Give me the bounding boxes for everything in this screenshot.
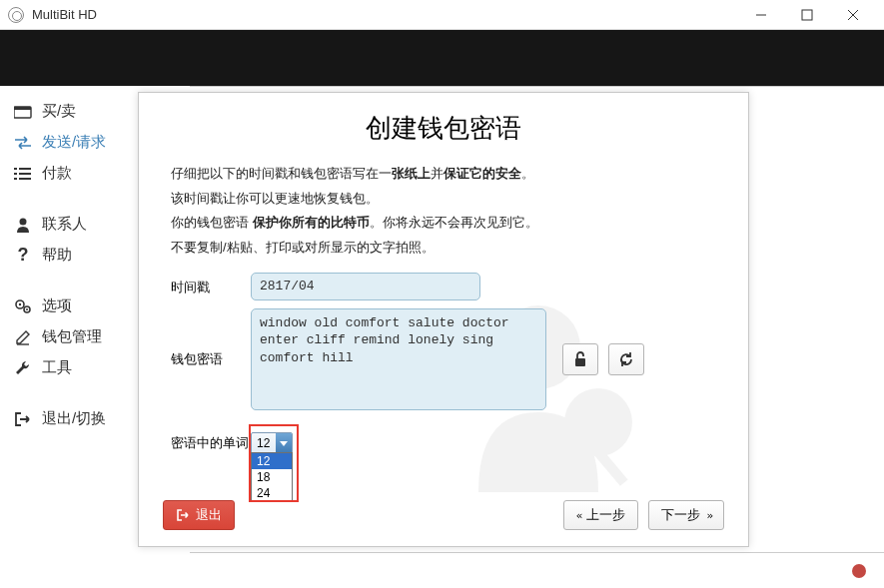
- dropdown-option-24[interactable]: 24: [252, 485, 292, 501]
- sidebar-item-label: 付款: [42, 164, 72, 183]
- window-title: MultiBit HD: [32, 7, 97, 22]
- refresh-button[interactable]: [608, 343, 644, 375]
- titlebar: MultiBit HD: [0, 0, 884, 30]
- prev-button[interactable]: « 上一步: [563, 500, 639, 530]
- svg-rect-11: [19, 178, 31, 180]
- lock-button[interactable]: [562, 343, 598, 375]
- prev-button-label: 上一步: [586, 506, 625, 524]
- timestamp-field[interactable]: 2817/04: [251, 273, 480, 300]
- instruction-text: 仔细把以下的时间戳和钱包密语写在一张纸上并保证它的安全。 该时间戳让你可以更速地…: [171, 162, 716, 261]
- svg-rect-1: [802, 10, 812, 20]
- sidebar-item-label: 选项: [42, 296, 72, 315]
- wallet-phrase-field[interactable]: window old comfort salute doctor enter c…: [251, 308, 546, 410]
- phrase-label: 钱包密语: [171, 308, 251, 368]
- close-button[interactable]: [830, 0, 876, 30]
- exchange-icon: [14, 135, 32, 151]
- word-count-dropdown-list: 12 18 24: [251, 452, 293, 502]
- gears-icon: [14, 298, 32, 314]
- sidebar-item-label: 联系人: [42, 215, 87, 234]
- signout-icon: [176, 509, 190, 521]
- sidebar-item-label: 发送/请求: [42, 133, 106, 152]
- word-count-label: 密语中的单词: [171, 434, 251, 452]
- svg-point-12: [20, 218, 27, 225]
- signout-icon: [14, 411, 32, 427]
- chevron-down-icon: [276, 433, 292, 454]
- svg-rect-6: [14, 168, 17, 170]
- svg-rect-8: [14, 173, 17, 175]
- user-icon: [14, 217, 32, 233]
- exit-button-label: 退出: [196, 506, 222, 524]
- svg-rect-7: [19, 168, 31, 170]
- exit-button[interactable]: 退出: [163, 500, 235, 530]
- svg-point-14: [19, 302, 21, 304]
- sidebar-item-label: 工具: [42, 358, 72, 377]
- create-wallet-phrase-dialog: 创建钱包密语 仔细把以下的时间戳和钱包密语写在一张纸上并保证它的安全。 该时间戳…: [138, 92, 749, 547]
- dropdown-option-12[interactable]: 12: [252, 453, 292, 469]
- wallet-icon: [14, 104, 32, 120]
- dialog-title: 创建钱包密语: [171, 111, 716, 146]
- chevron-right-icon: »: [706, 509, 711, 522]
- unlock-icon: [573, 351, 587, 367]
- question-icon: ?: [14, 248, 32, 264]
- refresh-icon: [618, 351, 634, 367]
- app-icon: [8, 7, 24, 23]
- dropdown-selected-value: 12: [252, 436, 270, 450]
- header-band: [0, 30, 884, 86]
- sidebar-item-label: 帮助: [42, 246, 72, 265]
- maximize-button[interactable]: [784, 0, 830, 30]
- svg-rect-9: [19, 173, 31, 175]
- svg-rect-10: [14, 178, 17, 180]
- svg-point-16: [26, 308, 28, 310]
- svg-rect-21: [575, 358, 585, 366]
- status-indicator: [852, 564, 866, 578]
- chevron-left-icon: «: [576, 509, 581, 522]
- minimize-button[interactable]: [738, 0, 784, 30]
- svg-rect-5: [14, 107, 31, 110]
- timestamp-label: 时间戳: [171, 273, 251, 296]
- dropdown-option-18[interactable]: 18: [252, 469, 292, 485]
- sidebar-item-label: 买/卖: [42, 102, 76, 121]
- sidebar-item-label: 退出/切换: [42, 409, 106, 428]
- next-button[interactable]: 下一步 »: [648, 500, 724, 530]
- edit-icon: [14, 329, 32, 345]
- wrench-icon: [14, 360, 32, 376]
- sidebar-item-label: 钱包管理: [42, 327, 102, 346]
- next-button-label: 下一步: [661, 506, 700, 524]
- list-icon: [14, 166, 32, 182]
